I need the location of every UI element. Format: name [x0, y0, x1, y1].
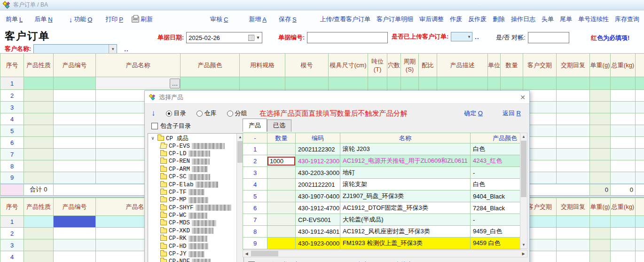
order-table-row[interactable]: 1 … [0, 77, 644, 90]
row-number-cell[interactable]: 3 [0, 239, 24, 251]
toolbar-link[interactable]: 作废 [450, 15, 462, 24]
toolbar-link[interactable]: 操作日志 [511, 15, 535, 24]
product-qty-cell[interactable] [267, 238, 296, 249]
tree-item[interactable]: CP-WC [150, 212, 236, 219]
selected-cell[interactable] [54, 228, 96, 239]
uploaded-combo[interactable]: ▾ [451, 32, 472, 41]
product-row-number[interactable]: 2 [243, 155, 267, 167]
product-code-cell[interactable]: 430-1912-4700 [296, 202, 340, 214]
include-subdir-checkbox[interactable]: 包含子目录 [151, 122, 191, 130]
tree-item[interactable]: CP-TF [150, 189, 236, 196]
tree-item[interactable]: CP-SHYF [150, 204, 236, 212]
product-name-cell[interactable]: AC1912_电源开关推钮_用于ZL0609和ZL0611 [340, 155, 471, 167]
product-qty-cell[interactable] [267, 191, 296, 202]
product-name-cell[interactable]: AC1912_DTOF固定盖_环保3类 [340, 202, 471, 214]
product-qty-cell[interactable] [267, 214, 296, 226]
product-name-cell[interactable]: 滚轮支架 [340, 179, 471, 191]
calendar-icon[interactable] [248, 35, 254, 41]
toolbar-link[interactable]: 头单 [542, 15, 554, 24]
scrollbar-thumb[interactable] [521, 141, 526, 197]
toolbar-item-next[interactable]: 后单N [34, 15, 52, 24]
chevron-down-icon[interactable]: ▼ [256, 35, 260, 40]
reconcile-input[interactable] [528, 32, 569, 43]
row-number-cell[interactable]: 1 [0, 77, 24, 90]
product-color-cell[interactable]: 4243_红色 [471, 155, 520, 167]
product-code-cell[interactable]: 20021122201 [296, 179, 340, 191]
toolbar-link[interactable]: 尾单 [560, 15, 572, 24]
selected-cell[interactable] [54, 216, 96, 228]
product-row-number[interactable]: 3 [243, 167, 267, 179]
tree-root-item[interactable]: ∨ CP 成品 [150, 135, 236, 142]
toolbar-item-audit[interactable]: 审核C [210, 15, 228, 24]
row-number-cell[interactable]: 5 [0, 125, 24, 137]
row-number-cell[interactable]: 9 [0, 172, 24, 184]
toolbar-item-functions[interactable]: ↓功能O [69, 15, 93, 24]
tree-item[interactable]: CP-RK [150, 235, 236, 242]
tree-item[interactable]: CP-ARM [150, 166, 236, 173]
tree-item[interactable]: CP-REN [150, 158, 236, 165]
product-color-cell[interactable]: 9459_白色 [471, 226, 520, 238]
qty-input[interactable]: 1000 [267, 157, 295, 166]
product-row-number[interactable]: 6 [243, 202, 267, 214]
scrollbar-thumb[interactable] [251, 251, 278, 256]
uploaded-more-button[interactable]: .. [475, 33, 479, 40]
product-picker-button[interactable]: … [170, 79, 180, 88]
product-row[interactable]: 5 430-1907-0400 ZJ1907_码盘_环保3类 9404_Blac… [243, 191, 520, 202]
product-name-cell[interactable]: AC1912_风机座密封盖_环保3类 [340, 226, 471, 238]
toolbar-link[interactable]: 上传/查看客户订单 [320, 15, 370, 24]
scroll-up-icon[interactable]: ▲ [520, 133, 527, 140]
product-row-number[interactable]: 4 [243, 179, 267, 191]
toolbar-link[interactable]: 删除 [493, 15, 505, 24]
radio-catalog[interactable]: 目录 [166, 109, 186, 118]
tree-item[interactable]: CP-EVS [150, 142, 236, 150]
product-name-cell[interactable]: FM1923 检测仪上盖_环保3类 [340, 238, 471, 249]
product-row[interactable]: 2 1000 430-1912-2300 AC1912_电源开关推钮_用于ZL0… [243, 155, 520, 167]
toolbar-link[interactable]: 客户订单明细 [377, 15, 413, 24]
tree-item[interactable]: CP-MDS [150, 219, 236, 227]
order-number-input[interactable] [307, 32, 388, 43]
product-qty-cell[interactable] [267, 143, 296, 155]
toolbar-item-save[interactable]: 保存S [279, 15, 297, 24]
row-number-cell[interactable]: 4 [0, 113, 24, 125]
product-code-cell[interactable]: 430-1923-0000 [296, 238, 340, 249]
product-row[interactable]: 4 20021122201 滚轮支架 白色 [243, 179, 520, 191]
row-number-cell[interactable]: 3 [0, 102, 24, 113]
row-number-cell[interactable]: 8 [0, 160, 24, 172]
row-number-cell[interactable]: 7 [0, 149, 24, 160]
product-qty-cell[interactable] [267, 167, 296, 179]
product-row[interactable]: 3 430-2203-3000 地钉 - [243, 167, 520, 179]
product-table-vscrollbar[interactable]: ▲ ▼ [520, 133, 527, 249]
scroll-left-icon[interactable]: ◀ [243, 250, 250, 257]
toolbar-link[interactable]: 库存查询 [615, 15, 639, 24]
toolbar-item-prev[interactable]: 前单L [6, 15, 23, 24]
product-row[interactable]: 7 CP-EVS001 大轮盖(半成品) - [243, 214, 520, 226]
chevron-down-icon[interactable]: ∨ [150, 135, 156, 141]
product-code-cell[interactable]: 430-2203-3000 [296, 167, 340, 179]
tree-item[interactable]: CP-JY [150, 250, 236, 258]
toolbar-link[interactable]: 反作废 [468, 15, 487, 24]
product-code-cell[interactable]: 430-1907-0400 [296, 191, 340, 202]
product-color-cell[interactable]: - [471, 167, 520, 179]
product-color-cell[interactable]: - [471, 214, 520, 226]
tab-selected[interactable]: 已选 [267, 119, 291, 132]
product-color-cell[interactable]: 9459 白色 [471, 238, 520, 249]
product-qty-cell[interactable] [267, 202, 296, 214]
product-name-cell[interactable]: 滚轮 J203 [340, 143, 471, 155]
tree-item[interactable]: CP-XKD [150, 227, 236, 235]
product-code-cell[interactable]: CP-EVS001 [296, 214, 340, 226]
product-row[interactable]: 9 430-1923-0000 FM1923 检测仪上盖_环保3类 9459 白… [243, 238, 520, 249]
toolbar-item-print[interactable]: 打印P [105, 15, 123, 24]
toolbar-item-refresh[interactable]: 刷新 [132, 15, 153, 24]
back-button[interactable]: 返回 R [503, 109, 521, 118]
row-number-cell[interactable]: 2 [0, 90, 24, 102]
product-name-cell[interactable]: 大轮盖(半成品) [340, 214, 471, 226]
radio-group[interactable]: 分组 [227, 109, 247, 118]
toolbar-link[interactable]: 单号连续性 [578, 15, 609, 24]
product-name-cell[interactable]: ZJ1907_码盘_环保3类 [340, 191, 471, 202]
product-code-cell[interactable]: 430-1912-2300 [296, 155, 340, 167]
close-icon[interactable]: ✕ [520, 94, 526, 101]
customer-combo[interactable]: ▾ [33, 44, 117, 54]
product-color-cell[interactable]: 9404_Black [471, 191, 520, 202]
product-color-cell[interactable]: 白色 [471, 143, 520, 155]
selected-cell[interactable] [54, 251, 96, 262]
